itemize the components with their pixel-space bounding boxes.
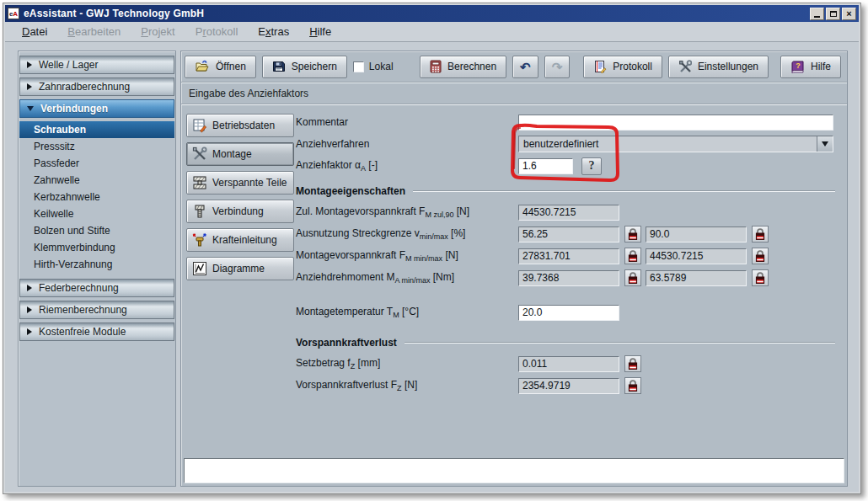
sidebar-item-hirth-verzahnung[interactable]: Hirth-Verzahnung <box>19 256 174 273</box>
sidebar-item-passfeder[interactable]: Passfeder <box>19 155 174 172</box>
sidebar-item-bolzen-und-stifte[interactable]: Bolzen und Stifte <box>19 222 174 239</box>
montagevorspannkraft-max-lock-button[interactable] <box>752 248 769 264</box>
menu-hilfe[interactable]: Hilfe <box>309 25 331 38</box>
sidebar-group-kostenfreie-module[interactable]: Kostenfreie Module <box>19 322 174 341</box>
lock-icon <box>754 271 766 285</box>
main-panel: Öffnen Speichern Lokal Berechnen <box>180 51 848 487</box>
window-title: eAssistant - GWJ Technology GmbH <box>24 8 204 19</box>
sidebar-item-zahnwelle[interactable]: Zahnwelle <box>19 172 174 189</box>
sidebar-item-klemmverbindung[interactable]: Klemmverbindung <box>19 239 174 256</box>
undo-icon: ↶ <box>520 61 531 73</box>
verlust-section-title: Vorspannkraftverlust <box>296 337 397 349</box>
calculator-icon <box>430 60 442 73</box>
titlebar: eA eAssistant - GWJ Technology GmbH × <box>5 5 859 22</box>
montage-button[interactable]: Montage <box>186 142 294 166</box>
form-area: Kommentar Anziehverfahren benutzerdefini… <box>296 114 847 458</box>
maximize-button[interactable] <box>826 8 840 20</box>
diagramme-button[interactable]: Diagramme <box>186 257 294 280</box>
lock-icon <box>754 227 766 241</box>
settings-button[interactable]: Einstellungen <box>668 56 769 78</box>
sidebar-group-verbindungen[interactable]: Verbindungen <box>19 99 174 118</box>
anziehverfahren-dropdown[interactable]: benutzerdefiniert <box>518 136 833 152</box>
ausnutzung-max-field <box>646 227 747 243</box>
lock-icon <box>627 249 639 263</box>
collapsed-arrow-icon <box>27 328 32 335</box>
calculate-button[interactable]: Berechnen <box>420 56 506 78</box>
anziehfaktor-input[interactable] <box>518 158 573 174</box>
protocol-button[interactable]: Protokoll <box>583 56 662 78</box>
operating-data-icon <box>192 118 207 133</box>
protocol-document-icon <box>593 60 607 73</box>
force-application-icon <box>192 232 207 248</box>
anziehverfahren-label: Anziehverfahren <box>296 138 518 150</box>
vorspannkraftverlust-label: Vorspannkraftverlust FZ [N] <box>296 379 518 392</box>
save-floppy-icon <box>272 60 286 73</box>
sidebar-group-federberechnung[interactable]: Federberechnung <box>19 279 174 297</box>
sidebar-item-presssitz[interactable]: Presssitz <box>19 138 174 155</box>
betriebsdaten-button[interactable]: Betriebsdaten <box>186 114 294 137</box>
anziehfaktor-help-button[interactable]: ? <box>581 157 602 175</box>
dropdown-button[interactable] <box>817 136 833 152</box>
help-book-icon: ? <box>790 61 805 73</box>
sidebar-group-zahnradberechnung[interactable]: Zahnradberechnung <box>19 77 174 96</box>
sidebar-item-schrauben[interactable]: Schrauben <box>19 121 174 138</box>
undo-button[interactable]: ↶ <box>512 56 538 78</box>
open-button[interactable]: Öffnen <box>185 56 256 78</box>
ausnutzung-max-lock-button[interactable] <box>752 226 769 243</box>
redo-icon: ↷ <box>552 61 563 73</box>
svg-text:?: ? <box>796 61 801 70</box>
screenshot-root: eA eAssistant - GWJ Technology GmbH × Da… <box>0 0 868 501</box>
chevron-down-icon <box>822 141 828 147</box>
section-divider <box>413 190 835 192</box>
ausnutzung-min-lock-button[interactable] <box>624 226 641 243</box>
menu-bearbeiten: Bearbeiten <box>67 25 121 38</box>
menubar: Datei Bearbeiten Projekt Protokoll Extra… <box>5 22 859 42</box>
section-divider <box>405 342 835 344</box>
minimize-button[interactable] <box>810 8 824 20</box>
close-button[interactable]: × <box>842 8 856 20</box>
verlust-section-header: Vorspannkraftverlust <box>296 337 847 349</box>
lock-icon <box>754 249 766 263</box>
sidebar-item-keilwelle[interactable]: Keilwelle <box>19 205 174 222</box>
menu-datei[interactable]: Datei <box>22 25 47 38</box>
anziehdrehmoment-label: Anziehdrehmoment MA min/max [Nm] <box>296 271 518 285</box>
kommentar-input[interactable] <box>518 115 833 131</box>
vorspannkraftverlust-field <box>518 378 619 394</box>
kommentar-label: Kommentar <box>296 116 518 128</box>
ausnutzung-streckgrenze-label: Ausnutzung Streckgrenze vmin/max [%] <box>296 227 518 241</box>
setzbetrag-lock-button[interactable] <box>624 355 641 372</box>
nav-button-column: Betriebsdaten Montage Verspannte Teile <box>186 114 294 458</box>
montagevorspannkraft-max-field <box>646 248 747 264</box>
montagetemperatur-input[interactable] <box>518 305 619 321</box>
status-message-area <box>184 458 844 483</box>
anziehdrehmoment-max-field <box>646 270 747 286</box>
montage-section-title: Montageeigenschaften <box>296 185 405 197</box>
sidebar-item-kerbzahnwelle[interactable]: Kerbzahnwelle <box>19 189 174 205</box>
anziehfaktor-label: Anziehfaktor αA [-] <box>296 159 518 173</box>
montagevorspannkraft-min-lock-button[interactable] <box>624 248 641 264</box>
sidebar-group-riemenberechnung[interactable]: Riemenberechnung <box>19 301 174 319</box>
content-area: Betriebsdaten Montage Verspannte Teile <box>181 105 847 458</box>
krafteinleitung-button[interactable]: Krafteinleitung <box>186 228 294 252</box>
sidebar: Welle / Lager Zahnradberechnung Verbindu… <box>18 51 176 487</box>
anziehdrehmoment-max-lock-button[interactable] <box>752 269 769 286</box>
montagetemperatur-label: Montagetemperatur TM [°C] <box>296 306 518 319</box>
app-window: eA eAssistant - GWJ Technology GmbH × Da… <box>3 3 861 494</box>
assembly-tools-icon <box>192 147 207 162</box>
collapsed-arrow-icon <box>27 61 32 68</box>
help-button[interactable]: ? Hilfe <box>780 56 841 78</box>
anziehverfahren-value: benutzerdefiniert <box>519 138 817 150</box>
zul-montagevorspannkraft-field <box>518 205 619 221</box>
verbindung-button[interactable]: Verbindung <box>186 200 294 223</box>
anziehdrehmoment-min-field <box>518 270 619 286</box>
vorspannkraftverlust-lock-button[interactable] <box>624 377 641 394</box>
sidebar-group-welle-lager[interactable]: Welle / Lager <box>19 56 174 74</box>
verspannte-teile-button[interactable]: Verspannte Teile <box>186 171 294 195</box>
local-checkbox[interactable] <box>353 61 364 72</box>
zul-montagevorspannkraft-label: Zul. Montagevorspannkraft FM zul,90 [N] <box>296 205 518 219</box>
menu-extras[interactable]: Extras <box>258 25 289 38</box>
save-button[interactable]: Speichern <box>262 56 347 78</box>
page-title: Eingabe des Anziehfaktors <box>189 88 308 99</box>
anziehdrehmoment-min-lock-button[interactable] <box>624 269 641 286</box>
ausnutzung-min-field <box>518 227 619 243</box>
